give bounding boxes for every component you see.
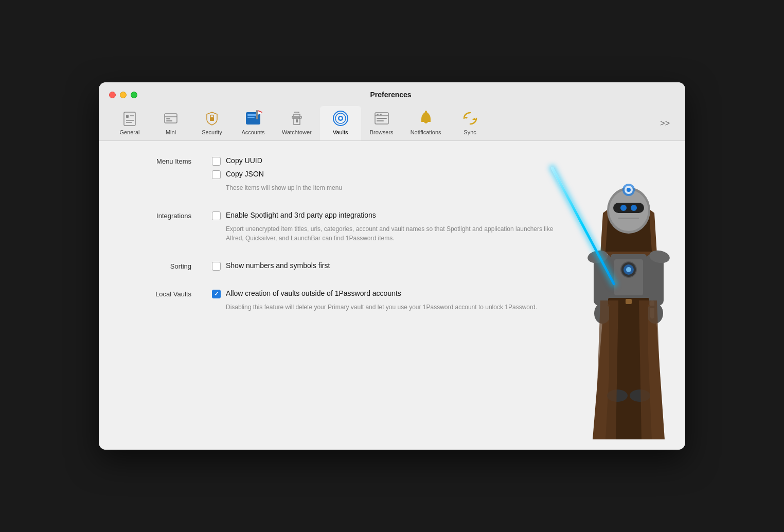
watchtower-icon bbox=[288, 109, 306, 128]
maximize-button[interactable] bbox=[131, 92, 137, 98]
sync-icon bbox=[461, 109, 479, 128]
tab-security[interactable]: Security bbox=[191, 106, 233, 140]
notifications-icon bbox=[417, 109, 435, 128]
menu-items-content: Copy UUID Copy JSON These items will sho… bbox=[212, 156, 562, 192]
sorting-content: Show numbers and symbols first bbox=[212, 261, 562, 271]
integrations-label: Integrations bbox=[156, 212, 202, 220]
svg-rect-35 bbox=[613, 203, 644, 213]
tab-security-label: Security bbox=[202, 129, 222, 135]
general-icon bbox=[120, 109, 139, 128]
sorting-label: Sorting bbox=[170, 262, 202, 270]
minimize-button[interactable] bbox=[120, 92, 127, 98]
local-vaults-section: Local Vaults Allow creation of vaults ou… bbox=[99, 289, 562, 312]
svg-rect-8 bbox=[166, 120, 172, 121]
copy-json-row: Copy JSON bbox=[212, 170, 562, 179]
allow-creation-label: Allow creation of vaults outside of 1Pas… bbox=[226, 289, 401, 297]
character-svg bbox=[572, 151, 685, 450]
svg-rect-9 bbox=[210, 117, 214, 121]
tab-accounts[interactable]: Accounts bbox=[233, 106, 274, 140]
numbers-first-label: Show numbers and symbols first bbox=[226, 261, 330, 270]
svg-rect-18 bbox=[296, 119, 298, 122]
mini-icon bbox=[162, 109, 180, 128]
copy-uuid-row: Copy UUID bbox=[212, 156, 562, 166]
form-area: Menu Items Copy UUID Copy JSON These ite… bbox=[99, 141, 562, 450]
svg-point-36 bbox=[620, 205, 627, 211]
tab-notifications-label: Notifications bbox=[411, 129, 441, 135]
svg-rect-26 bbox=[380, 114, 382, 115]
allow-creation-row: Allow creation of vaults outside of 1Pas… bbox=[212, 289, 562, 298]
svg-rect-28 bbox=[377, 120, 384, 121]
svg-rect-1 bbox=[126, 115, 129, 118]
svg-point-22 bbox=[339, 117, 342, 120]
copy-json-checkbox[interactable] bbox=[212, 170, 221, 179]
copy-json-label: Copy JSON bbox=[226, 170, 264, 178]
allow-creation-checkbox[interactable] bbox=[212, 290, 221, 298]
security-icon bbox=[203, 109, 221, 128]
svg-point-46 bbox=[626, 267, 631, 272]
integrations-hint: Export unencrypted item titles, urls, ca… bbox=[212, 224, 562, 243]
integrations-content: Enable Spotlight and 3rd party app integ… bbox=[212, 211, 562, 243]
svg-point-40 bbox=[627, 188, 631, 192]
svg-rect-30 bbox=[425, 111, 427, 113]
tab-sync-label: Sync bbox=[464, 129, 476, 135]
svg-rect-25 bbox=[377, 114, 379, 115]
spotlight-row: Enable Spotlight and 3rd party app integ… bbox=[212, 211, 562, 220]
preferences-window: Preferences General bbox=[99, 82, 685, 450]
tab-mini[interactable]: Mini bbox=[150, 106, 191, 140]
tab-vaults[interactable]: Vaults bbox=[320, 106, 361, 140]
tab-accounts-label: Accounts bbox=[241, 129, 264, 135]
accounts-icon bbox=[244, 109, 262, 128]
tab-general[interactable]: General bbox=[109, 106, 150, 140]
svg-rect-27 bbox=[377, 118, 387, 119]
titlebar: Preferences General bbox=[99, 82, 685, 141]
content-area: Menu Items Copy UUID Copy JSON These ite… bbox=[99, 141, 685, 450]
sorting-section: Sorting Show numbers and symbols first bbox=[99, 261, 562, 271]
tab-watchtower-label: Watchtower bbox=[282, 129, 312, 135]
local-vaults-label: Local Vaults bbox=[155, 290, 202, 298]
menu-items-hint: These items will show up in the Item men… bbox=[212, 183, 562, 192]
vaults-icon bbox=[331, 109, 350, 128]
tab-browsers[interactable]: Browsers bbox=[361, 106, 402, 140]
browsers-icon bbox=[372, 109, 391, 128]
window-title: Preferences bbox=[137, 91, 644, 99]
local-vaults-content: Allow creation of vaults outside of 1Pas… bbox=[212, 289, 562, 312]
integrations-section: Integrations Enable Spotlight and 3rd pa… bbox=[99, 211, 562, 243]
tab-watchtower[interactable]: Watchtower bbox=[274, 106, 320, 140]
spotlight-checkbox[interactable] bbox=[212, 211, 221, 220]
svg-rect-12 bbox=[247, 117, 255, 118]
window-controls bbox=[109, 92, 137, 98]
tab-sync[interactable]: Sync bbox=[450, 106, 491, 140]
tab-browsers-label: Browsers bbox=[370, 129, 394, 135]
local-vaults-hint: Disabling this feature will delete your … bbox=[212, 303, 562, 312]
svg-rect-54 bbox=[626, 299, 632, 304]
svg-rect-13 bbox=[256, 110, 258, 119]
tab-general-label: General bbox=[119, 129, 139, 135]
spotlight-label: Enable Spotlight and 3rd party app integ… bbox=[226, 211, 376, 219]
numbers-first-row: Show numbers and symbols first bbox=[212, 261, 562, 271]
tab-notifications[interactable]: Notifications bbox=[402, 106, 450, 140]
svg-rect-5 bbox=[165, 114, 177, 123]
menu-items-label: Menu Items bbox=[156, 157, 202, 165]
menu-items-section: Menu Items Copy UUID Copy JSON These ite… bbox=[99, 156, 562, 192]
copy-uuid-label: Copy UUID bbox=[226, 156, 262, 165]
character-area bbox=[562, 141, 685, 450]
svg-point-37 bbox=[631, 205, 637, 211]
more-button[interactable]: >> bbox=[655, 116, 675, 131]
tab-vaults-label: Vaults bbox=[333, 129, 348, 135]
numbers-first-checkbox[interactable] bbox=[212, 262, 221, 271]
toolbar: General Mini bbox=[109, 106, 675, 140]
svg-rect-0 bbox=[124, 112, 135, 126]
close-button[interactable] bbox=[109, 92, 116, 98]
svg-rect-7 bbox=[166, 118, 170, 119]
tab-mini-label: Mini bbox=[166, 129, 176, 135]
copy-uuid-checkbox[interactable] bbox=[212, 157, 221, 166]
